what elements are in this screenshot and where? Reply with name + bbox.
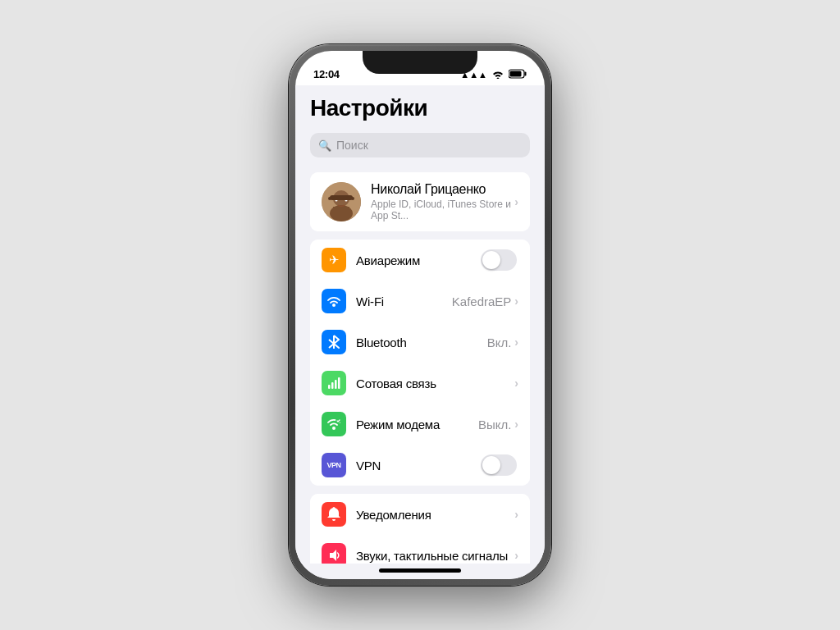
sounds-icon xyxy=(322,543,346,564)
hotspot-chevron: › xyxy=(514,418,518,431)
hotspot-label: Режим модема xyxy=(356,418,478,431)
status-time: 12:04 xyxy=(313,68,340,80)
wifi-icon-row xyxy=(322,289,346,313)
profile-name: Николай Грицаенко xyxy=(371,182,514,197)
cellular-row[interactable]: Сотовая связь › xyxy=(310,363,530,404)
svg-point-12 xyxy=(332,304,336,307)
search-placeholder: Поиск xyxy=(336,139,368,152)
connectivity-group: ✈ Авиарежим xyxy=(310,240,530,486)
profile-subtitle: Apple ID, iCloud, iTunes Store и App St.… xyxy=(371,199,514,221)
svg-point-17 xyxy=(332,427,336,430)
bluetooth-row[interactable]: Bluetooth Вкл. › xyxy=(310,322,530,363)
hotspot-icon xyxy=(322,412,346,436)
wifi-chevron: › xyxy=(514,294,518,308)
settings-header: Настройки xyxy=(295,85,545,128)
profile-group: Николай Грицаенко Apple ID, iCloud, iTun… xyxy=(310,172,530,231)
notifications-chevron: › xyxy=(514,508,518,521)
search-icon: 🔍 xyxy=(318,139,331,152)
svg-rect-6 xyxy=(333,207,349,212)
notch xyxy=(363,51,477,74)
bluetooth-icon xyxy=(322,330,346,354)
search-input-wrap[interactable]: 🔍 Поиск xyxy=(310,133,530,158)
notifications-section: Уведомления › Звуки, тактильны xyxy=(295,487,545,564)
bluetooth-value: Вкл. xyxy=(487,336,512,349)
sounds-label: Звуки, тактильные сигналы xyxy=(356,549,514,563)
bluetooth-label: Bluetooth xyxy=(356,336,487,349)
svg-rect-1 xyxy=(510,71,522,77)
svg-rect-9 xyxy=(330,195,353,200)
profile-section: Николай Грицаенко Apple ID, iCloud, iTun… xyxy=(295,166,545,233)
vpn-label: VPN xyxy=(356,459,481,472)
wifi-row[interactable]: Wi-Fi KafedraEP › xyxy=(310,281,530,322)
profile-chevron: › xyxy=(514,195,518,208)
screen-content: Настройки 🔍 Поиск xyxy=(295,85,545,579)
hotspot-value: Выкл. xyxy=(478,418,511,431)
notifications-row[interactable]: Уведомления › xyxy=(310,494,530,535)
connectivity-section: ✈ Авиарежим xyxy=(295,233,545,487)
airplane-label: Авиарежим xyxy=(356,253,481,267)
svg-point-18 xyxy=(336,418,340,423)
settings-list: Николай Грицаенко Apple ID, iCloud, iTun… xyxy=(295,166,545,564)
svg-rect-15 xyxy=(335,380,337,389)
sounds-chevron: › xyxy=(514,549,518,562)
wifi-label: Wi-Fi xyxy=(356,294,452,308)
svg-rect-10 xyxy=(328,197,331,200)
svg-rect-2 xyxy=(525,72,527,76)
svg-marker-20 xyxy=(330,550,336,561)
avatar xyxy=(322,182,361,221)
airplane-toggle[interactable] xyxy=(481,249,517,271)
cellular-label: Сотовая связь xyxy=(356,377,514,390)
vpn-row[interactable]: VPN VPN xyxy=(310,445,530,486)
airplane-icon: ✈ xyxy=(322,248,346,272)
vpn-toggle[interactable] xyxy=(481,454,517,476)
wifi-icon xyxy=(491,69,504,80)
profile-info: Николай Грицаенко Apple ID, iCloud, iTun… xyxy=(371,182,514,221)
notifications-group: Уведомления › Звуки, тактильны xyxy=(310,494,530,564)
svg-rect-16 xyxy=(338,377,340,389)
phone-screen: 12:04 ▲▲▲ xyxy=(295,51,545,579)
svg-rect-13 xyxy=(328,385,331,389)
home-indicator xyxy=(379,568,461,573)
wifi-value: KafedraEP xyxy=(452,294,512,308)
page-title: Настройки xyxy=(310,95,530,121)
notifications-icon xyxy=(322,502,346,527)
hotspot-row[interactable]: Режим модема Выкл. › xyxy=(310,404,530,445)
vpn-icon: VPN xyxy=(322,453,346,477)
sounds-row[interactable]: Звуки, тактильные сигналы › xyxy=(310,535,530,564)
svg-rect-14 xyxy=(331,382,334,389)
search-bar[interactable]: 🔍 Поиск xyxy=(295,128,545,166)
phone-frame: 12:04 ▲▲▲ xyxy=(289,44,551,586)
airplane-row[interactable]: ✈ Авиарежим xyxy=(310,240,530,281)
svg-point-19 xyxy=(333,507,336,509)
battery-icon xyxy=(509,69,527,80)
profile-row[interactable]: Николай Грицаенко Apple ID, iCloud, iTun… xyxy=(310,172,530,231)
svg-rect-11 xyxy=(351,197,354,200)
bluetooth-chevron: › xyxy=(514,336,518,349)
cellular-icon xyxy=(322,371,346,395)
cellular-chevron: › xyxy=(514,377,518,390)
notifications-label: Уведомления xyxy=(356,508,514,522)
